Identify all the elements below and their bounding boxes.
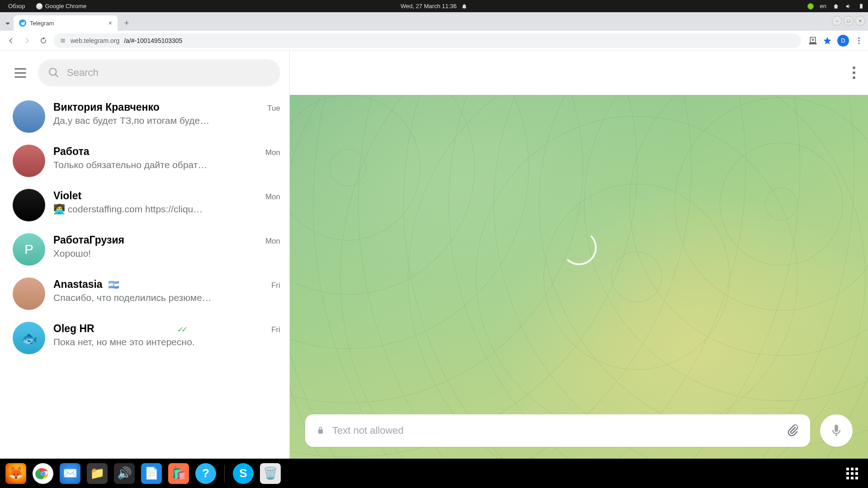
chat-date: Tue: [267, 104, 280, 113]
tab-bar: Telegram × + － □ ×: [0, 12, 868, 31]
chat-body: РаботаГрузияMonХорошо!: [53, 233, 280, 266]
chat-area: Text not allowed: [290, 51, 868, 459]
active-app-indicator[interactable]: Google Chrome: [36, 3, 87, 9]
chat-body: РаботаMonТолько обязательно дайте обрат…: [53, 145, 280, 177]
menu-button[interactable]: [9, 61, 32, 84]
dock-help[interactable]: ?: [195, 463, 216, 484]
composer-placeholder: Text not allowed: [332, 425, 404, 436]
dock-apps-button[interactable]: [842, 463, 863, 484]
active-app-label: Google Chrome: [45, 3, 87, 9]
svg-point-2: [858, 42, 859, 44]
tab-close-button[interactable]: ×: [108, 19, 112, 27]
chat-preview: Только обязательно дайте обрат…: [53, 160, 280, 170]
url-host: web.telegram.org: [71, 37, 119, 44]
dock-skype[interactable]: S: [233, 463, 254, 484]
chat-name: РаботаГрузия: [53, 234, 124, 246]
chrome-menu-icon[interactable]: [854, 36, 863, 45]
battery-icon[interactable]: [858, 3, 864, 9]
chat-avatar: [13, 145, 45, 177]
overview-label[interactable]: Обзор: [8, 3, 25, 9]
chat-name: Работа: [53, 145, 90, 158]
dock-trash[interactable]: 🗑️: [260, 463, 281, 484]
chat-preview: Хорошо!: [53, 248, 280, 259]
dock-chrome[interactable]: [33, 463, 53, 484]
search-input[interactable]: Search: [38, 59, 280, 86]
search-placeholder: Search: [67, 67, 99, 79]
flag-icon: 🇦🇷: [108, 279, 119, 290]
gnome-panel: Обзор Google Chrome Wed, 27 March 11:36 …: [0, 0, 868, 12]
svg-point-0: [858, 37, 859, 38]
dock-firefox[interactable]: 🦊: [5, 463, 26, 484]
chat-menu-button[interactable]: [853, 66, 855, 79]
profile-avatar[interactable]: D: [837, 35, 849, 47]
loading-spinner: [561, 230, 597, 265]
keyboard-layout[interactable]: en: [820, 3, 826, 9]
tab-search-button[interactable]: [4, 17, 12, 30]
message-composer: Text not allowed: [305, 414, 810, 447]
chat-preview: Спасибо, что поделились резюме…: [53, 292, 280, 303]
chat-name: Anastasia: [53, 278, 103, 291]
dock-files[interactable]: 📁: [87, 463, 108, 484]
chat-preview: Пока нет, но мне это интересно.: [53, 337, 280, 347]
minimize-button[interactable]: －: [832, 16, 842, 26]
chat-avatar: [13, 189, 45, 221]
chrome-window: Telegram × + － □ × web.telegram.org/a/#-…: [0, 12, 868, 459]
forward-button: [21, 34, 33, 47]
chat-body: Oleg HR✓✓FriПока нет, но мне это интерес…: [53, 322, 280, 354]
chat-avatar: [13, 277, 45, 310]
chat-item[interactable]: РаботаMonТолько обязательно дайте обрат…: [0, 139, 289, 183]
dock-writer[interactable]: 📄: [141, 463, 162, 484]
chat-background: Text not allowed: [290, 95, 868, 459]
chat-date: Mon: [265, 148, 280, 157]
voice-message-button[interactable]: [820, 414, 853, 447]
search-icon: [48, 67, 60, 79]
attach-button[interactable]: [786, 423, 799, 438]
chat-preview: 👩‍💻 coderstaffing.com https://cliqu…: [53, 204, 280, 215]
chat-date: Fri: [271, 281, 280, 290]
chat-name: Oleg HR: [53, 323, 94, 335]
maximize-button[interactable]: □: [844, 16, 854, 26]
chat-item[interactable]: РРаботаГрузияMonХорошо!: [0, 228, 289, 272]
chat-item[interactable]: Anastasia🇦🇷FriСпасибо, что поделились ре…: [0, 272, 289, 316]
chat-pattern: [290, 95, 868, 459]
chat-name: Виктория Кравченко: [53, 101, 160, 113]
sound-icon[interactable]: [845, 3, 852, 9]
bookmark-star-icon[interactable]: [823, 36, 832, 45]
chat-date: Fri: [271, 325, 280, 334]
status-ok-icon: [807, 3, 814, 9]
network-icon[interactable]: [833, 3, 839, 9]
dock: 🦊 ✉️ 📁 🔊 📄 🛍️ ? S 🗑️: [0, 459, 868, 488]
chat-avatar: [13, 100, 45, 133]
site-settings-icon[interactable]: [60, 38, 66, 44]
url-path: /a/#-1001495103305: [124, 37, 182, 44]
address-bar[interactable]: web.telegram.org/a/#-1001495103305: [53, 33, 801, 48]
chat-item[interactable]: 🐟Oleg HR✓✓FriПока нет, но мне это интере…: [0, 316, 289, 361]
sidebar-header: Search: [0, 51, 289, 95]
chat-preview: Да,у вас будет ТЗ,по итогам буде…: [53, 115, 280, 126]
new-tab-button[interactable]: +: [120, 17, 133, 29]
tab-title: Telegram: [30, 20, 105, 27]
close-window-button[interactable]: ×: [855, 16, 865, 26]
chat-date: Mon: [265, 237, 280, 246]
chat-item[interactable]: Виктория КравченкоTueДа,у вас будет ТЗ,п…: [0, 95, 289, 139]
clock[interactable]: Wed, 27 March 11:36: [401, 3, 457, 9]
chat-avatar: Р: [13, 233, 45, 266]
chrome-icon: [36, 3, 42, 9]
back-button[interactable]: [5, 34, 17, 47]
chat-list[interactable]: Виктория КравченкоTueДа,у вас будет ТЗ,п…: [0, 95, 289, 459]
dock-software[interactable]: 🛍️: [168, 463, 189, 484]
chat-item[interactable]: VioletMon👩‍💻 coderstaffing.com https://c…: [0, 183, 289, 228]
tab-telegram[interactable]: Telegram ×: [14, 15, 118, 31]
dock-separator: [224, 465, 225, 482]
chat-header: [290, 51, 868, 95]
telegram-favicon: [19, 19, 26, 27]
reload-button[interactable]: [37, 34, 50, 47]
chat-body: VioletMon👩‍💻 coderstaffing.com https://c…: [53, 189, 280, 221]
composer-row: Text not allowed: [290, 414, 868, 447]
dock-rhythmbox[interactable]: 🔊: [114, 463, 135, 484]
dock-thunderbird[interactable]: ✉️: [60, 463, 80, 484]
install-app-icon[interactable]: [808, 36, 817, 45]
notifications-icon[interactable]: [461, 3, 467, 9]
lock-icon: [316, 426, 325, 435]
svg-point-1: [858, 40, 859, 41]
